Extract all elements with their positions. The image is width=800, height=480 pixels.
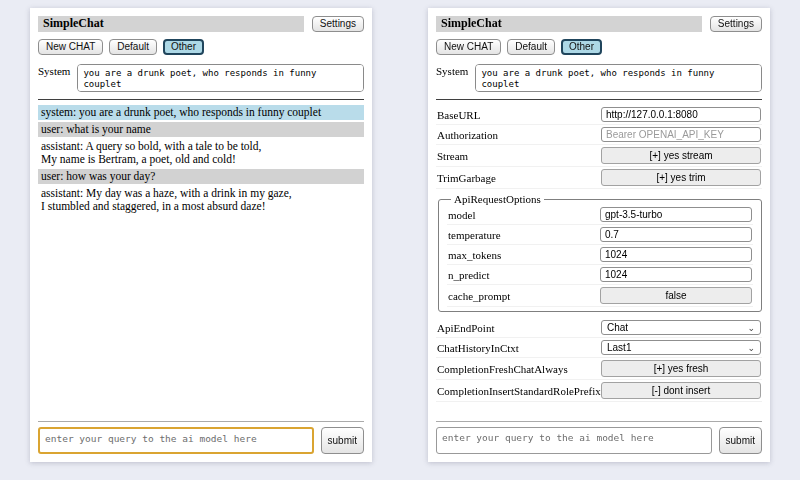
chat-panel: SimpleChat Settings New CHAT Default Oth… bbox=[30, 8, 372, 462]
divider bbox=[38, 99, 364, 100]
submit-button[interactable]: submit bbox=[719, 427, 762, 454]
authorization-input[interactable] bbox=[601, 127, 761, 142]
chat-session-buttons: New CHAT Default Other bbox=[38, 39, 364, 55]
spacer bbox=[38, 216, 364, 421]
chat-message-system: system: you are a drunk poet, who respon… bbox=[38, 105, 364, 120]
chat-session-default-button[interactable]: Default bbox=[507, 39, 555, 55]
app-title: SimpleChat bbox=[38, 16, 304, 32]
system-label: System bbox=[38, 64, 70, 78]
query-input[interactable] bbox=[436, 427, 712, 454]
setting-row-baseurl: BaseURL bbox=[436, 105, 762, 125]
authorization-label: Authorization bbox=[437, 128, 498, 142]
api-endpoint-selected-value: Chat bbox=[607, 322, 628, 333]
setting-row-n-predict: n_predict bbox=[447, 265, 753, 285]
divider bbox=[436, 99, 762, 100]
model-input[interactable] bbox=[600, 207, 752, 222]
temperature-label: temperature bbox=[448, 228, 501, 242]
new-chat-button[interactable]: New CHAT bbox=[38, 39, 103, 55]
chat-message-assistant: assistant: My day was a haze, with a dri… bbox=[38, 186, 364, 214]
query-row: submit bbox=[436, 427, 762, 454]
chat-history-selected-value: Last1 bbox=[607, 342, 631, 353]
api-endpoint-label: ApiEndPoint bbox=[437, 321, 494, 335]
setting-row-completion-insert: CompletionInsertStandardRolePrefix [-] d… bbox=[436, 380, 762, 402]
max-tokens-label: max_tokens bbox=[448, 248, 501, 262]
stream-label: Stream bbox=[437, 149, 468, 163]
system-prompt-textarea[interactable]: you are a drunk poet, who responds in fu… bbox=[77, 64, 364, 92]
setting-row-completion-fresh: CompletionFreshChatAlways [+] yes fresh bbox=[436, 358, 762, 380]
setting-row-temperature: temperature bbox=[447, 225, 753, 245]
message-line: user: how was your day? bbox=[41, 170, 361, 183]
submit-button[interactable]: submit bbox=[321, 427, 364, 454]
setting-row-stream: Stream [+] yes stream bbox=[436, 145, 762, 167]
chat-session-other-button[interactable]: Other bbox=[163, 39, 204, 55]
chat-message-list: system: you are a drunk poet, who respon… bbox=[38, 105, 364, 216]
baseurl-label: BaseURL bbox=[437, 108, 480, 122]
completion-insert-label: CompletionInsertStandardRolePrefix bbox=[437, 384, 601, 398]
n-predict-input[interactable] bbox=[600, 267, 752, 282]
setting-row-model: model bbox=[447, 205, 753, 225]
system-prompt-row: System you are a drunk poet, who respond… bbox=[436, 64, 762, 92]
chat-session-default-button[interactable]: Default bbox=[109, 39, 157, 55]
message-line: system: you are a drunk poet, who respon… bbox=[41, 106, 361, 119]
spacer bbox=[436, 402, 762, 421]
completion-fresh-toggle-button[interactable]: [+] yes fresh bbox=[601, 360, 761, 377]
query-row: submit bbox=[38, 427, 364, 454]
message-line: My name is Bertram, a poet, old and cold… bbox=[41, 153, 361, 166]
max-tokens-input[interactable] bbox=[600, 247, 752, 262]
titlebar-row: SimpleChat Settings bbox=[436, 16, 762, 32]
app-title: SimpleChat bbox=[436, 16, 702, 32]
message-line: assistant: My day was a haze, with a dri… bbox=[41, 187, 361, 200]
chat-history-select[interactable]: Last1 ⌄ bbox=[601, 340, 761, 355]
setting-row-trimgarbage: TrimGarbage [+] yes trim bbox=[436, 167, 762, 189]
chat-message-user: user: how was your day? bbox=[38, 169, 364, 184]
titlebar-row: SimpleChat Settings bbox=[38, 16, 364, 32]
chevron-down-icon: ⌄ bbox=[747, 324, 755, 332]
completion-fresh-label: CompletionFreshChatAlways bbox=[437, 362, 568, 376]
api-request-options-legend: ApiRequestOptions bbox=[451, 193, 544, 205]
divider bbox=[436, 421, 762, 422]
system-prompt-row: System you are a drunk poet, who respond… bbox=[38, 64, 364, 92]
model-label: model bbox=[448, 208, 476, 222]
trimgarbage-label: TrimGarbage bbox=[437, 171, 496, 185]
chevron-down-icon: ⌄ bbox=[747, 344, 755, 352]
message-line: user: what is your name bbox=[41, 123, 361, 136]
chat-message-user: user: what is your name bbox=[38, 122, 364, 137]
setting-row-max-tokens: max_tokens bbox=[447, 245, 753, 265]
setting-row-api-endpoint: ApiEndPoint Chat ⌄ bbox=[436, 318, 762, 338]
chat-message-assistant: assistant: A query so bold, with a tale … bbox=[38, 139, 364, 167]
message-line: I stumbled and staggered, in a most absu… bbox=[41, 200, 361, 213]
n-predict-label: n_predict bbox=[448, 268, 490, 282]
chat-session-other-button[interactable]: Other bbox=[561, 39, 602, 55]
message-line: assistant: A query so bold, with a tale … bbox=[41, 140, 361, 153]
chat-session-buttons: New CHAT Default Other bbox=[436, 39, 762, 55]
divider bbox=[38, 421, 364, 422]
completion-insert-toggle-button[interactable]: [-] dont insert bbox=[601, 382, 761, 399]
cache-prompt-label: cache_prompt bbox=[448, 289, 510, 303]
chat-history-label: ChatHistoryInCtxt bbox=[437, 341, 519, 355]
api-endpoint-select[interactable]: Chat ⌄ bbox=[601, 320, 761, 335]
system-prompt-textarea[interactable]: you are a drunk poet, who responds in fu… bbox=[475, 64, 762, 92]
new-chat-button[interactable]: New CHAT bbox=[436, 39, 501, 55]
settings-button[interactable]: Settings bbox=[710, 16, 762, 32]
setting-row-authorization: Authorization bbox=[436, 125, 762, 145]
api-request-options-fieldset: ApiRequestOptions model temperature max_… bbox=[438, 193, 762, 312]
system-label: System bbox=[436, 64, 468, 78]
setting-row-cache-prompt: cache_prompt false bbox=[447, 285, 753, 307]
settings-button[interactable]: Settings bbox=[312, 16, 364, 32]
cache-prompt-toggle-button[interactable]: false bbox=[600, 287, 752, 304]
temperature-input[interactable] bbox=[600, 227, 752, 242]
setting-row-chat-history: ChatHistoryInCtxt Last1 ⌄ bbox=[436, 338, 762, 358]
query-input[interactable] bbox=[38, 427, 314, 454]
stream-toggle-button[interactable]: [+] yes stream bbox=[601, 147, 761, 164]
trimgarbage-toggle-button[interactable]: [+] yes trim bbox=[601, 169, 761, 186]
settings-panel: SimpleChat Settings New CHAT Default Oth… bbox=[428, 8, 770, 462]
baseurl-input[interactable] bbox=[601, 107, 761, 122]
